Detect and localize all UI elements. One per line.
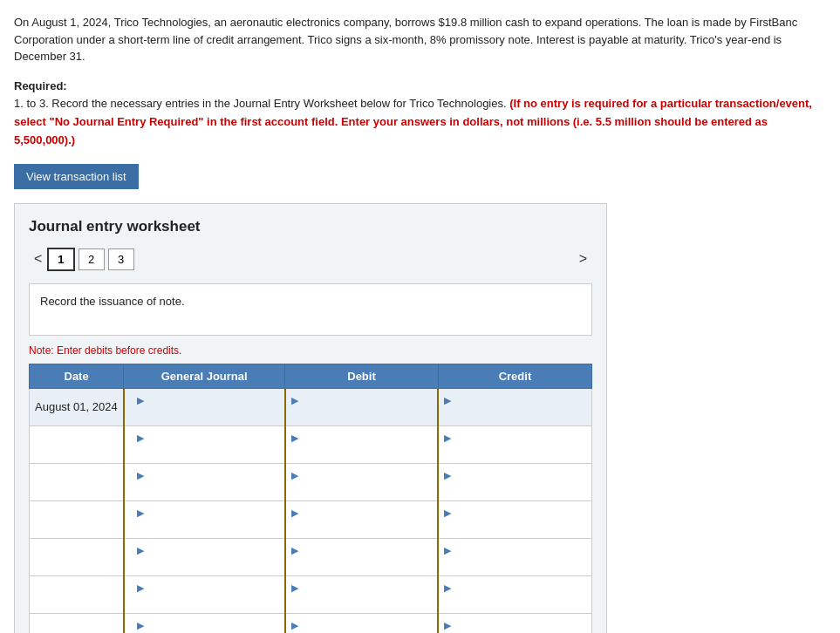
- table-row-credit-4[interactable]: ▶: [438, 538, 591, 575]
- view-transaction-list-button[interactable]: View transaction list: [14, 164, 139, 189]
- table-row-date-2: [30, 463, 124, 500]
- table-row-general-journal-2[interactable]: ▶: [124, 463, 285, 500]
- next-tab-arrow[interactable]: >: [574, 249, 592, 269]
- table-row-general-journal-5[interactable]: ▶: [124, 575, 285, 613]
- table-row-date-0: August 01, 2024: [30, 388, 124, 425]
- table-row-credit-5[interactable]: ▶: [438, 575, 591, 613]
- note-text: Note: Enter debits before credits.: [29, 344, 592, 357]
- table-row-general-journal-1[interactable]: ▶: [124, 425, 285, 463]
- instruction-box: Record the issuance of note.: [29, 283, 592, 336]
- credit-input-1[interactable]: [444, 444, 586, 459]
- journal-table: Date General Journal Debit Credit August…: [29, 364, 592, 633]
- debit-input-2[interactable]: [291, 481, 433, 496]
- table-row-date-5: [30, 575, 124, 613]
- table-row-credit-6[interactable]: ▶: [438, 613, 591, 633]
- table-row-debit-0[interactable]: ▶: [285, 388, 439, 425]
- credit-input-3[interactable]: [444, 519, 586, 534]
- table-row-debit-3[interactable]: ▶: [285, 500, 439, 538]
- col-header-date: Date: [30, 364, 124, 388]
- credit-input-0[interactable]: [444, 406, 586, 421]
- table-row-general-journal-4[interactable]: ▶: [124, 538, 285, 575]
- table-row-credit-0[interactable]: ▶: [438, 388, 591, 425]
- general-journal-input-4[interactable]: [137, 556, 279, 571]
- debit-input-3[interactable]: [291, 519, 433, 534]
- table-row-general-journal-0[interactable]: ▶: [124, 388, 285, 425]
- col-header-general-journal: General Journal: [124, 364, 285, 388]
- general-journal-input-5[interactable]: [137, 594, 279, 609]
- col-header-credit: Credit: [438, 364, 591, 388]
- debit-input-5[interactable]: [291, 594, 433, 609]
- table-row-date-3: [30, 500, 124, 538]
- credit-input-2[interactable]: [444, 481, 586, 496]
- table-row-debit-5[interactable]: ▶: [285, 575, 439, 613]
- table-row-debit-4[interactable]: ▶: [285, 538, 439, 575]
- col-header-debit: Debit: [285, 364, 439, 388]
- instruction-text: Record the issuance of note.: [40, 295, 185, 308]
- debit-input-0[interactable]: [291, 406, 433, 421]
- debit-input-1[interactable]: [291, 444, 433, 459]
- required-section: Required: 1. to 3. Record the necessary …: [14, 78, 826, 150]
- table-row-debit-6[interactable]: ▶: [285, 613, 439, 633]
- table-row-debit-2[interactable]: ▶: [285, 463, 439, 500]
- table-row-credit-2[interactable]: ▶: [438, 463, 591, 500]
- general-journal-input-2[interactable]: [137, 481, 279, 496]
- table-row-date-6: [30, 613, 124, 633]
- instruction-normal: 1. to 3. Record the necessary entries in…: [14, 97, 509, 110]
- intro-paragraph: On August 1, 2024, Trico Technologies, a…: [14, 14, 826, 65]
- prev-tab-arrow[interactable]: <: [29, 249, 47, 269]
- journal-entry-worksheet: Journal entry worksheet < 1 2 3 > Record…: [14, 203, 607, 633]
- general-journal-input-1[interactable]: [137, 444, 279, 459]
- table-row-general-journal-3[interactable]: ▶: [124, 500, 285, 538]
- tab-1[interactable]: 1: [47, 248, 74, 271]
- general-journal-input-3[interactable]: [137, 519, 279, 534]
- required-label: Required:: [14, 79, 67, 92]
- debit-input-4[interactable]: [291, 556, 433, 571]
- credit-input-4[interactable]: [444, 556, 586, 571]
- table-row-debit-1[interactable]: ▶: [285, 425, 439, 463]
- tab-3[interactable]: 3: [108, 248, 134, 270]
- worksheet-title: Journal entry worksheet: [29, 218, 592, 235]
- table-row-credit-1[interactable]: ▶: [438, 425, 591, 463]
- tab-navigation: < 1 2 3 >: [29, 248, 592, 271]
- credit-input-5[interactable]: [444, 594, 586, 609]
- table-row-general-journal-6[interactable]: ▶: [124, 613, 285, 633]
- table-row-credit-3[interactable]: ▶: [438, 500, 591, 538]
- table-row-date-4: [30, 538, 124, 575]
- general-journal-input-0[interactable]: [137, 406, 279, 421]
- table-row-date-1: [30, 425, 124, 463]
- tab-2[interactable]: 2: [79, 248, 105, 270]
